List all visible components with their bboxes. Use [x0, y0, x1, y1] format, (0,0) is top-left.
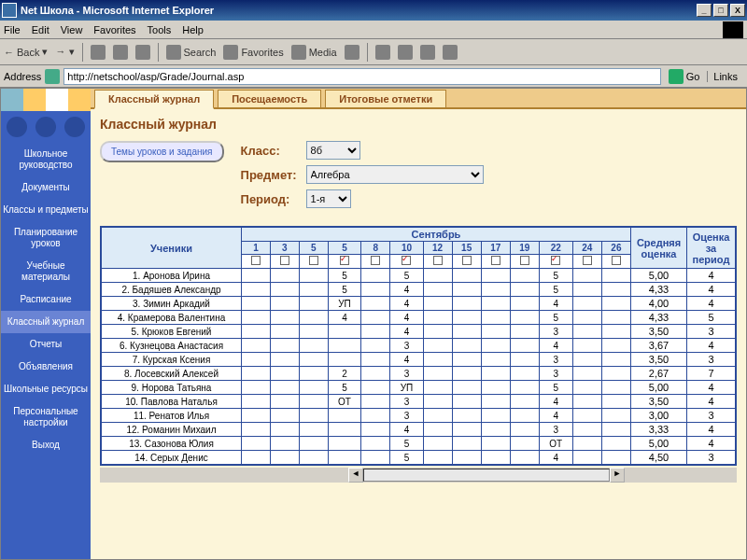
sidebar-item-5[interactable]: Расписание — [1, 288, 91, 311]
cell-4-10[interactable]: 3 — [539, 325, 572, 339]
cell-3-12[interactable] — [601, 311, 630, 325]
date-header-6[interactable]: 12 — [423, 242, 452, 255]
cell-1-6[interactable] — [423, 283, 452, 297]
cell-13-8[interactable] — [481, 451, 510, 465]
cell-11-4[interactable] — [361, 423, 390, 437]
student-name-13[interactable]: 14. Серых Денис — [102, 451, 242, 465]
date-header-4[interactable]: 8 — [361, 242, 390, 255]
cell-3-6[interactable] — [423, 311, 452, 325]
date-header-5[interactable]: 10 — [390, 242, 423, 255]
cell-2-5[interactable]: 4 — [390, 297, 423, 311]
cell-11-2[interactable] — [299, 423, 328, 437]
cell-4-2[interactable] — [299, 325, 328, 339]
date-header-10[interactable]: 22 — [539, 242, 572, 255]
cell-3-0[interactable] — [242, 311, 271, 325]
cell-0-5[interactable]: 5 — [390, 269, 423, 283]
cell-5-6[interactable] — [423, 339, 452, 353]
cell-12-5[interactable]: 5 — [390, 437, 423, 451]
cell-5-8[interactable] — [481, 339, 510, 353]
cell-5-10[interactable]: 4 — [539, 339, 572, 353]
class-select[interactable]: 8б — [306, 141, 360, 160]
cell-0-1[interactable] — [270, 269, 299, 283]
cell-9-8[interactable] — [481, 395, 510, 409]
cell-6-7[interactable] — [452, 353, 481, 367]
cell-9-11[interactable] — [572, 395, 601, 409]
cell-0-2[interactable] — [299, 269, 328, 283]
forward-button[interactable]: → ▾ — [55, 46, 74, 58]
cell-10-10[interactable]: 4 — [539, 409, 572, 423]
cell-0-6[interactable] — [423, 269, 452, 283]
cell-0-4[interactable] — [361, 269, 390, 283]
cell-10-4[interactable] — [361, 409, 390, 423]
cell-13-10[interactable]: 4 — [539, 451, 572, 465]
student-name-6[interactable]: 7. Курская Ксения — [102, 353, 242, 367]
cell-0-11[interactable] — [572, 269, 601, 283]
cell-10-1[interactable] — [270, 409, 299, 423]
discuss-icon[interactable] — [443, 45, 458, 60]
cell-12-4[interactable] — [361, 437, 390, 451]
cell-0-7[interactable] — [452, 269, 481, 283]
cell-0-10[interactable]: 5 — [539, 269, 572, 283]
cell-8-11[interactable] — [572, 381, 601, 395]
cell-3-3[interactable]: 4 — [328, 311, 361, 325]
student-name-5[interactable]: 6. Кузнецова Анастасия — [102, 339, 242, 353]
cell-5-11[interactable] — [572, 339, 601, 353]
help-sb-icon[interactable] — [64, 117, 85, 137]
cell-1-1[interactable] — [270, 283, 299, 297]
cell-12-8[interactable] — [481, 437, 510, 451]
cell-4-1[interactable] — [270, 325, 299, 339]
links-label[interactable]: Links — [707, 71, 743, 82]
cell-7-11[interactable] — [572, 367, 601, 381]
scroll-right-icon[interactable]: ► — [610, 468, 625, 483]
cell-12-6[interactable] — [423, 437, 452, 451]
cell-1-11[interactable] — [572, 283, 601, 297]
cell-12-3[interactable] — [328, 437, 361, 451]
date-header-7[interactable]: 15 — [452, 242, 481, 255]
date-check-2[interactable] — [299, 255, 328, 269]
cell-8-9[interactable] — [510, 381, 539, 395]
cell-9-7[interactable] — [452, 395, 481, 409]
date-header-3[interactable]: 5 — [328, 242, 361, 255]
cell-8-8[interactable] — [481, 381, 510, 395]
menu-view[interactable]: View — [61, 24, 83, 35]
student-name-7[interactable]: 8. Лосевский Алексей — [102, 367, 242, 381]
h-scrollbar[interactable]: ◄ ► — [100, 468, 737, 483]
cell-6-8[interactable] — [481, 353, 510, 367]
cell-5-0[interactable] — [242, 339, 271, 353]
sidebar-item-9[interactable]: Школьные ресурсы — [1, 378, 91, 400]
cell-5-4[interactable] — [361, 339, 390, 353]
cell-10-7[interactable] — [452, 409, 481, 423]
date-check-5[interactable] — [390, 255, 423, 269]
cell-12-11[interactable] — [572, 437, 601, 451]
date-check-0[interactable] — [242, 255, 271, 269]
cell-2-6[interactable] — [423, 297, 452, 311]
date-check-3[interactable] — [328, 255, 361, 269]
menu-help[interactable]: Help — [182, 24, 204, 35]
cell-8-7[interactable] — [452, 381, 481, 395]
sidebar-item-11[interactable]: Выход — [1, 434, 91, 456]
cell-1-12[interactable] — [601, 283, 630, 297]
cell-0-3[interactable]: 5 — [328, 269, 361, 283]
cell-2-10[interactable]: 4 — [539, 297, 572, 311]
cell-10-12[interactable] — [601, 409, 630, 423]
cell-11-3[interactable] — [328, 423, 361, 437]
cell-7-0[interactable] — [242, 367, 271, 381]
cell-12-12[interactable] — [601, 437, 630, 451]
tab-attendance[interactable]: Посещаемость — [218, 90, 321, 107]
cell-12-0[interactable] — [242, 437, 271, 451]
cell-12-7[interactable] — [452, 437, 481, 451]
sidebar-item-10[interactable]: Персональные настройки — [1, 400, 91, 434]
cell-5-7[interactable] — [452, 339, 481, 353]
menu-tools[interactable]: Tools — [148, 24, 172, 35]
cell-4-0[interactable] — [242, 325, 271, 339]
cell-11-6[interactable] — [423, 423, 452, 437]
cell-12-9[interactable] — [510, 437, 539, 451]
tab-final[interactable]: Итоговые отметки — [325, 90, 446, 107]
cell-11-10[interactable]: 3 — [539, 423, 572, 437]
cell-8-5[interactable]: УП — [390, 381, 423, 395]
cell-8-12[interactable] — [601, 381, 630, 395]
cell-9-5[interactable]: 3 — [390, 395, 423, 409]
cell-6-11[interactable] — [572, 353, 601, 367]
refresh-icon[interactable] — [113, 45, 128, 60]
cell-7-10[interactable]: 3 — [539, 367, 572, 381]
